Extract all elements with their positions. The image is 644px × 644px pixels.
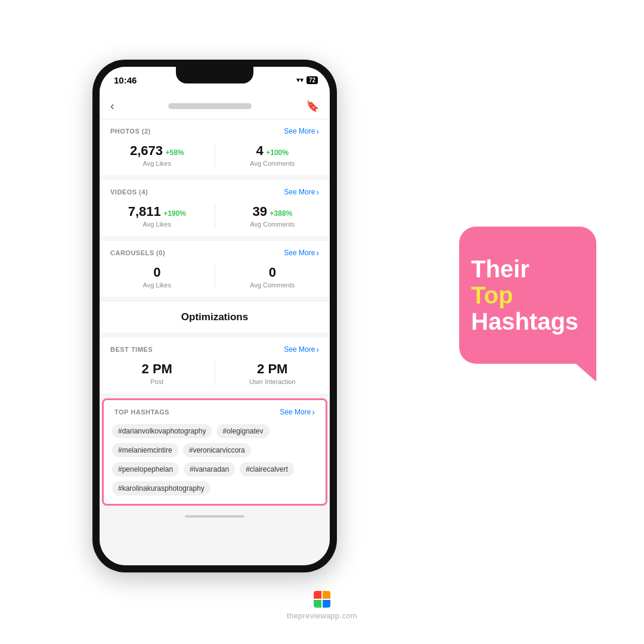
- carousels-avg-likes-value: 0: [107, 265, 208, 280]
- hashtag-pill[interactable]: #karolinakurasphotography: [112, 481, 210, 496]
- photos-avg-comments-value: 4 +100%: [222, 143, 323, 159]
- videos-avg-comments-value: 39 +388%: [222, 204, 323, 219]
- wifi-icon: ▾▾: [296, 76, 304, 84]
- optimizations-header: Optimizations: [100, 302, 330, 333]
- videos-avg-comments-cell: 39 +388% Avg Comments: [215, 204, 330, 228]
- photos-title: PHOTOS (2): [110, 128, 151, 135]
- carousels-section: CAROUSELS (0) See More 0 Avg Likes 0 Avg…: [100, 241, 330, 297]
- videos-avg-likes-label: Avg Likes: [107, 221, 208, 228]
- carousels-stats: 0 Avg Likes 0 Avg Comments: [100, 262, 330, 297]
- hashtag-pill[interactable]: #ivanaradan: [184, 462, 235, 476]
- phone-screen: 10:46 ▾▾ 72 ‹ 🔖 PHOTOS (2) See More: [100, 67, 330, 565]
- hashtag-pill[interactable]: #melaniemcintire: [112, 443, 178, 457]
- videos-title: VIDEOS (4): [110, 188, 148, 196]
- videos-see-more[interactable]: See More: [284, 187, 319, 197]
- videos-avg-likes-cell: 7,811 +190% Avg Likes: [100, 204, 215, 228]
- best-times-see-more[interactable]: See More: [284, 345, 319, 354]
- status-icons: ▾▾ 72: [296, 76, 318, 84]
- best-times-post-cell: 2 PM Post: [100, 361, 215, 385]
- bottom-indicator: [100, 510, 330, 522]
- photos-see-more[interactable]: See More: [284, 126, 319, 136]
- phone-frame: 10:46 ▾▾ 72 ‹ 🔖 PHOTOS (2) See More: [92, 60, 337, 572]
- optimizations-title: Optimizations: [181, 311, 248, 323]
- nav-bar: ‹ 🔖: [100, 93, 330, 119]
- page-wrapper: 10:46 ▾▾ 72 ‹ 🔖 PHOTOS (2) See More: [0, 0, 644, 644]
- carousels-avg-comments-cell: 0 Avg Comments: [215, 265, 330, 289]
- carousels-avg-likes-cell: 0 Avg Likes: [100, 265, 215, 289]
- home-indicator: [185, 515, 244, 518]
- best-times-header: BEST TIMES See More: [100, 338, 330, 359]
- videos-header: VIDEOS (4) See More: [100, 180, 330, 202]
- best-times-post-value: 2 PM: [107, 361, 208, 377]
- hashtags-see-more[interactable]: See More: [280, 407, 315, 417]
- photos-header: PHOTOS (2) See More: [100, 119, 330, 141]
- phone-content[interactable]: PHOTOS (2) See More 2,673 +58% Avg Likes: [100, 119, 330, 565]
- best-times-interaction-label: User Interaction: [222, 378, 323, 385]
- hashtag-pill[interactable]: #penelopephelan: [112, 462, 179, 476]
- videos-stats: 7,811 +190% Avg Likes 39 +388% Avg Comme…: [100, 202, 330, 236]
- photos-avg-likes-cell: 2,673 +58% Avg Likes: [100, 143, 215, 167]
- photos-avg-likes-label: Avg Likes: [107, 160, 208, 167]
- hashtags-grid: #darianvolkovaphotography#olegignatev#me…: [104, 422, 326, 504]
- hashtag-pill[interactable]: #veronicarviccora: [183, 443, 251, 457]
- photos-section: PHOTOS (2) See More 2,673 +58% Avg Likes: [100, 119, 330, 175]
- back-button[interactable]: ‹: [110, 99, 114, 113]
- hashtag-pill[interactable]: #clairecalvert: [240, 462, 294, 476]
- best-times-title: BEST TIMES: [110, 346, 153, 353]
- hashtags-title: TOP HASHTAGS: [114, 408, 169, 416]
- hashtags-section: TOP HASHTAGS See More #darianvolkovaphot…: [102, 398, 327, 506]
- photos-avg-comments-cell: 4 +100% Avg Comments: [215, 143, 330, 167]
- logo-q1: [314, 591, 321, 599]
- carousels-header: CAROUSELS (0) See More: [100, 241, 330, 262]
- nav-title: [168, 103, 252, 109]
- photos-stats: 2,673 +58% Avg Likes 4 +100% Avg Comment…: [100, 141, 330, 175]
- app-logo: [314, 591, 330, 608]
- hashtag-pill[interactable]: #olegignatev: [216, 424, 269, 438]
- bookmark-icon[interactable]: 🔖: [306, 100, 319, 113]
- hashtags-header: TOP HASHTAGS See More: [104, 400, 326, 422]
- photos-avg-comments-label: Avg Comments: [222, 160, 323, 167]
- carousels-avg-comments-label: Avg Comments: [222, 281, 323, 289]
- videos-section: VIDEOS (4) See More 7,811 +190% Avg Like…: [100, 180, 330, 236]
- footer: thepreviewapp.com: [287, 591, 357, 620]
- videos-avg-likes-value: 7,811 +190%: [107, 204, 208, 219]
- label-top: Top: [471, 282, 513, 308]
- best-times-section: BEST TIMES See More 2 PM Post 2 PM User …: [100, 338, 330, 394]
- footer-url: thepreviewapp.com: [287, 611, 357, 620]
- carousels-avg-comments-value: 0: [222, 265, 323, 280]
- hashtag-pill[interactable]: #darianvolkovaphotography: [112, 424, 212, 438]
- carousels-avg-likes-label: Avg Likes: [107, 281, 208, 289]
- best-times-stats: 2 PM Post 2 PM User Interaction: [100, 359, 330, 394]
- carousels-title: CAROUSELS (0): [110, 249, 165, 256]
- logo-q2: [323, 591, 330, 599]
- right-label-card: Their Top Hashtags: [459, 227, 596, 364]
- best-times-post-label: Post: [107, 378, 208, 385]
- photos-avg-likes-value: 2,673 +58%: [107, 143, 208, 159]
- best-times-interaction-cell: 2 PM User Interaction: [215, 361, 330, 385]
- logo-q4: [323, 600, 330, 608]
- carousels-see-more[interactable]: See More: [284, 248, 319, 258]
- videos-avg-comments-label: Avg Comments: [222, 221, 323, 228]
- battery-level: 72: [306, 76, 318, 84]
- logo-q3: [314, 600, 321, 608]
- phone-notch: [176, 67, 253, 83]
- best-times-interaction-value: 2 PM: [222, 361, 323, 377]
- status-time: 10:46: [112, 75, 137, 85]
- label-their: Their: [471, 256, 530, 282]
- label-hashtags: Hashtags: [471, 308, 578, 335]
